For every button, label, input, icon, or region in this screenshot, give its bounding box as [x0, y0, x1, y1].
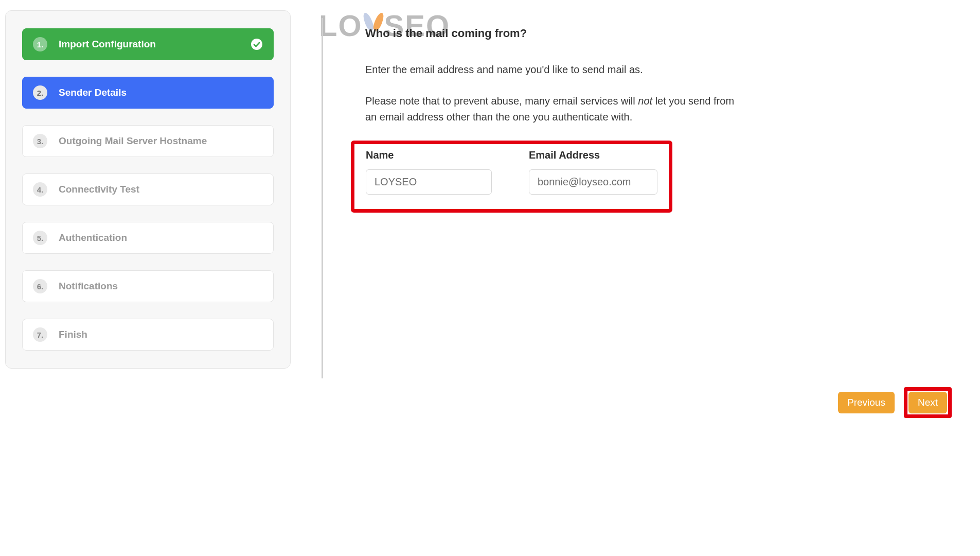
step-label: Authentication: [59, 232, 263, 244]
step-number: 4.: [33, 182, 47, 197]
check-icon: [251, 38, 263, 50]
step-authentication[interactable]: 5. Authentication: [22, 222, 274, 254]
step-number: 2.: [33, 85, 47, 100]
step-label: Sender Details: [59, 87, 263, 98]
name-field-group: Name: [366, 149, 492, 195]
step-number: 1.: [33, 37, 47, 51]
name-input[interactable]: [366, 169, 492, 195]
step-notifications[interactable]: 6. Notifications: [22, 270, 274, 302]
vertical-divider: [322, 18, 323, 378]
sender-form-highlight: Name Email Address: [351, 141, 672, 213]
intro-paragraph-2: Please note that to prevent abuse, many …: [365, 93, 736, 125]
step-import-configuration[interactable]: 1. Import Configuration: [22, 28, 274, 60]
name-label: Name: [366, 149, 492, 161]
step-number: 3.: [33, 134, 47, 148]
email-input[interactable]: [529, 169, 657, 195]
step-label: Import Configuration: [59, 39, 251, 50]
next-button[interactable]: Next: [908, 392, 947, 413]
step-number: 7.: [33, 327, 47, 342]
step-connectivity-test[interactable]: 4. Connectivity Test: [22, 173, 274, 205]
step-number: 5.: [33, 231, 47, 245]
intro-paragraph-1: Enter the email address and name you'd l…: [365, 62, 736, 78]
main-content: Who is the mail coming from? Enter the e…: [365, 27, 736, 213]
page-title: Who is the mail coming from?: [365, 27, 736, 40]
step-label: Connectivity Test: [59, 184, 263, 195]
step-label: Notifications: [59, 281, 263, 292]
step-number: 6.: [33, 279, 47, 293]
step-label: Outgoing Mail Server Hostname: [59, 135, 263, 147]
previous-button[interactable]: Previous: [838, 392, 895, 413]
step-outgoing-mail-server-hostname[interactable]: 3. Outgoing Mail Server Hostname: [22, 125, 274, 157]
step-sender-details[interactable]: 2. Sender Details: [22, 77, 274, 109]
wizard-sidebar: 1. Import Configuration 2. Sender Detail…: [5, 10, 291, 369]
wizard-footer: Previous Next: [838, 387, 952, 418]
svg-point-0: [251, 39, 262, 50]
email-label: Email Address: [529, 149, 657, 161]
next-button-highlight: Next: [904, 387, 952, 418]
step-label: Finish: [59, 329, 263, 340]
step-finish[interactable]: 7. Finish: [22, 319, 274, 351]
email-field-group: Email Address: [529, 149, 657, 195]
